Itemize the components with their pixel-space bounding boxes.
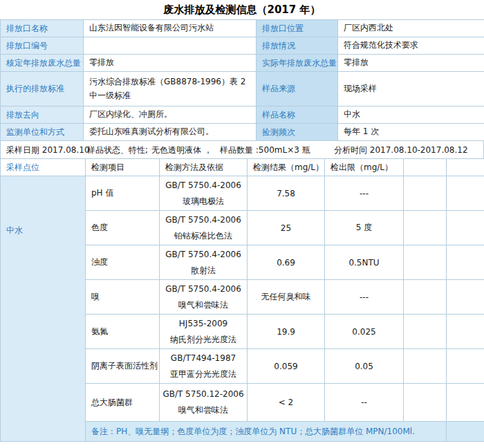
result-cell: 25	[248, 211, 325, 245]
empty-cell	[404, 280, 447, 315]
info-label-outlet-name: 排放口名称	[1, 20, 84, 37]
item-cell: 阴离子表面活性剂	[86, 349, 160, 384]
method-standard: GB/T 5750.4-2006	[160, 281, 247, 297]
limit-cell: 5 度	[325, 211, 404, 245]
remark-cell: 备注：PH、嗅无量纲；色度单位为度；浊度单位为 NTU；总大肠菌群单位 MPN/…	[86, 422, 447, 442]
empty-cell	[404, 245, 447, 280]
discharge-info-table: 排放口名称 山东法因智能设备有限公司污水站 排放口位置 厂区内西北处 排放口编号…	[0, 19, 484, 141]
limit-cell: 0.025	[325, 315, 404, 349]
method-cell: HJ535-2009 纳氏剂分光光度法	[160, 315, 248, 349]
empty-cell	[447, 349, 484, 384]
header-empty-cell	[404, 159, 447, 176]
result-cell: < 2	[248, 384, 325, 422]
method-name: 嗅气和尝味法	[160, 402, 247, 418]
result-cell: 无任何臭和味	[248, 280, 325, 315]
method-cell: GB/T 5750.4-2006 铂钴标准比色法	[160, 211, 248, 245]
empty-cell	[404, 176, 447, 211]
info-row: 排放口编号 排放情况 符合规范化技术要求	[1, 37, 484, 55]
item-cell: pH 值	[86, 176, 160, 211]
header-test-result: 检测结果（mg/L）	[248, 159, 325, 176]
empty-cell	[447, 280, 484, 315]
item-cell: 色度	[86, 211, 160, 245]
info-label-standard: 执行的排放标准	[1, 72, 84, 106]
info-value-approved-total: 零排放	[84, 55, 257, 72]
info-label-sample-name: 样品名称	[257, 106, 338, 124]
info-label-sample-source: 样品来源	[257, 72, 338, 106]
method-standard: GB/T 5750.12-2006	[160, 386, 247, 402]
empty-cell	[447, 176, 484, 211]
item-cell: 浊度	[86, 245, 160, 280]
info-label-outlet-location: 排放口位置	[257, 20, 338, 37]
info-row: 监测单位和方式 委托山东唯真测试分析有限公司。 捡测频次 每年 1 次	[1, 124, 484, 141]
info-value-destination: 厂区内绿化、冲厕所。	[84, 106, 257, 124]
method-name: 铂钴标准比色法	[160, 228, 247, 244]
info-row: 核定年排放废水总量 零排放 实际年排放废水总量 零排放	[1, 55, 484, 72]
method-standard: GB/T 5750.4-2006	[160, 212, 247, 228]
method-name: 散射法	[160, 263, 247, 279]
wastewater-report-page: 废水排放及检测信息（2017 年） 排放口名称 山东法因智能设备有限公司污水站 …	[0, 0, 484, 448]
method-cell: GB/T 5750.12-2006 嗅气和尝味法	[160, 384, 248, 422]
method-cell: GB/T 5750.4-2006 散射法	[160, 245, 248, 280]
header-detection-limit: 检出限（mg/L）	[325, 159, 404, 176]
info-value-sample-source: 现场采样	[338, 72, 484, 106]
info-label-monitor-unit: 监测单位和方式	[1, 124, 84, 141]
empty-cell	[404, 211, 447, 245]
sample-info-row: 采样日期 2017.08.10. 样品状态、特性; 无色透明液体 ， 样品数量 …	[0, 141, 484, 158]
sample-state-label: 样品状态、特性;	[87, 144, 148, 156]
info-value-sample-name: 中水	[338, 106, 484, 124]
info-label-test-frequency: 捡测频次	[257, 124, 338, 141]
info-label-discharge-status: 排放情况	[257, 37, 338, 55]
method-name: 嗅气和尝味法	[160, 297, 247, 313]
info-row: 排放口名称 山东法因智能设备有限公司污水站 排放口位置 厂区内西北处	[1, 20, 484, 37]
info-value-standard: 污水综合排放标准（GB8878-1996）表 2 中一级标准	[84, 72, 257, 106]
info-row: 排放去向 厂区内绿化、冲厕所。 样品名称 中水	[1, 106, 484, 124]
sample-state-value: 无色透明液体 ，	[151, 144, 212, 156]
method-standard: GB/T 5750.4-2006	[160, 247, 247, 263]
item-cell: 氨氮	[86, 315, 160, 349]
info-value-discharge-status: 符合规范化技术要求	[338, 37, 484, 55]
method-cell: GB/T 5750.4-2006 玻璃电极法	[160, 176, 248, 211]
method-cell: GB/T7494-1987 亚甲蓝分光光度法	[160, 349, 248, 384]
item-cell: 总大肠菌群	[86, 384, 160, 422]
info-value-monitor-unit: 委托山东唯真测试分析有限公司。	[84, 124, 257, 141]
detection-row-ph: 中水 pH 值 GB/T 5750.4-2006 玻璃电极法 7.58 ---	[1, 176, 484, 211]
analysis-time: 分析时间 2017.08.10-2017.08.12	[334, 144, 468, 156]
header-sampling-site: 采样点位	[1, 159, 86, 176]
limit-cell: 0.05	[325, 349, 404, 384]
info-value-outlet-number	[84, 37, 257, 55]
info-value-outlet-location: 厂区内西北处	[338, 20, 484, 37]
limit-cell: --	[325, 384, 404, 422]
header-test-method: 检测方法及依据	[160, 159, 248, 176]
method-standard: GB/T 5750.4-2006	[160, 178, 247, 194]
empty-cell	[404, 384, 447, 422]
method-name: 纳氏剂分光光度法	[160, 332, 247, 348]
empty-cell	[447, 245, 484, 280]
empty-cell	[447, 315, 484, 349]
detection-table: 采样点位 检测项目 检测方法及依据 检测结果（mg/L） 检出限（mg/L） 中…	[0, 158, 484, 442]
empty-cell	[404, 349, 447, 384]
method-standard: HJ535-2009	[160, 316, 247, 332]
detection-header-row: 采样点位 检测项目 检测方法及依据 检测结果（mg/L） 检出限（mg/L）	[1, 159, 484, 176]
empty-cell	[447, 384, 484, 422]
result-cell: 19.9	[248, 315, 325, 349]
sample-quantity: 样品数量 :500mL×3 瓶	[220, 144, 310, 156]
info-value-actual-total: 零排放	[338, 55, 484, 72]
limit-cell: 0.5NTU	[325, 245, 404, 280]
result-cell: 0.69	[248, 245, 325, 280]
method-name: 玻璃电极法	[160, 194, 247, 209]
info-label-destination: 排放去向	[1, 106, 84, 124]
empty-cell	[404, 315, 447, 349]
header-empty-cell	[447, 159, 484, 176]
page-title: 废水排放及检测信息（2017 年）	[0, 0, 484, 19]
info-value-test-frequency: 每年 1 次	[338, 124, 484, 141]
header-test-item: 检测项目	[86, 159, 160, 176]
info-row: 执行的排放标准 污水综合排放标准（GB8878-1996）表 2 中一级标准 样…	[1, 72, 484, 106]
method-standard: GB/T7494-1987	[160, 351, 247, 366]
limit-cell: ---	[325, 280, 404, 315]
info-label-approved-total: 核定年排放废水总量	[1, 55, 84, 72]
remark-empty-cell	[447, 422, 484, 442]
sampling-site-cell: 中水	[1, 176, 86, 442]
result-cell: 7.58	[248, 176, 325, 211]
info-label-outlet-number: 排放口编号	[1, 37, 84, 55]
method-name: 亚甲蓝分光光度法	[160, 366, 247, 382]
